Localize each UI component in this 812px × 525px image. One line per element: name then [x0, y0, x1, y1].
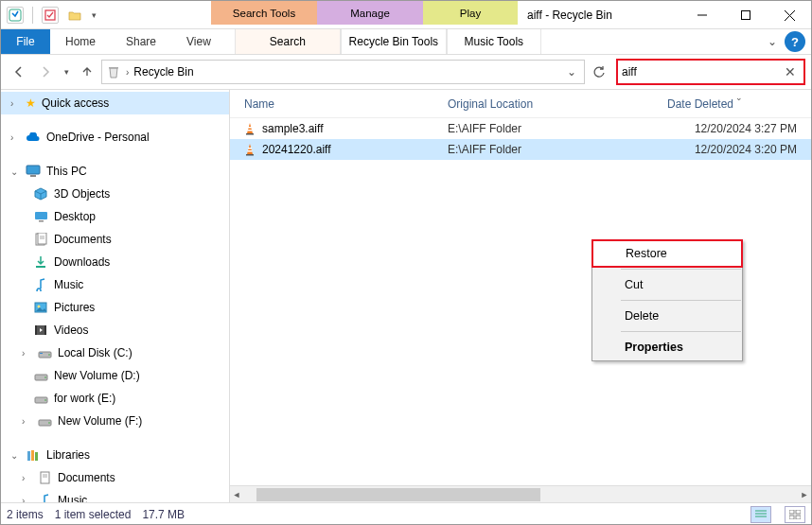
sidebar-volume-e[interactable]: for work (E:) — [1, 387, 229, 410]
breadcrumb-dropdown-icon[interactable]: ⌄ — [563, 65, 580, 79]
sidebar-this-pc[interactable]: ⌄ This PC — [1, 160, 229, 183]
chevron-down-icon[interactable]: ⌄ — [10, 166, 20, 177]
sidebar-pictures[interactable]: Pictures — [1, 296, 229, 319]
expand-ribbon-icon[interactable]: ⌄ — [760, 29, 785, 54]
qat-new-folder-icon[interactable] — [66, 7, 83, 24]
close-button[interactable] — [768, 1, 811, 29]
star-icon: ★ — [26, 96, 36, 110]
up-button[interactable] — [75, 60, 99, 84]
chevron-right-icon[interactable]: › — [22, 473, 31, 483]
chevron-right-icon[interactable]: › — [22, 496, 31, 503]
search-input[interactable] — [622, 65, 781, 79]
qat-properties-icon[interactable] — [42, 7, 59, 24]
recycle-bin-icon[interactable] — [7, 7, 24, 24]
context-restore[interactable]: Restore — [591, 239, 743, 268]
search-box[interactable]: ✕ — [616, 59, 805, 85]
thumbnails-view-button[interactable] — [785, 506, 805, 523]
file-date: 12/20/2024 3:20 PM — [667, 143, 811, 156]
breadcrumb[interactable]: › Recycle Bin ⌄ — [101, 60, 585, 84]
chevron-right-icon[interactable]: › — [22, 348, 31, 359]
chevron-right-icon[interactable]: › — [22, 416, 31, 427]
sidebar-label: Documents — [54, 233, 112, 246]
music-subtab[interactable]: Music Tools — [447, 29, 541, 54]
sidebar-music[interactable]: Music — [1, 273, 229, 296]
sidebar-local-disk-c[interactable]: › Local Disk (C:) — [1, 341, 229, 364]
sidebar-documents[interactable]: Documents — [1, 228, 229, 251]
svg-rect-9 — [35, 212, 47, 219]
scroll-right-icon[interactable]: ► — [798, 490, 811, 499]
context-delete[interactable]: Delete — [592, 303, 742, 329]
status-bar: 2 items 1 item selected 17.7 MB — [1, 502, 811, 525]
search-tools-tab[interactable]: Search Tools — [211, 1, 317, 25]
sidebar-volume-f[interactable]: › New Volume (F:) — [1, 410, 229, 432]
refresh-button[interactable] — [587, 60, 611, 84]
music-icon — [33, 277, 48, 292]
title-bar: ▾ Search Tools Manage Play aiff - Recycl… — [1, 1, 811, 29]
column-date-deleted[interactable]: Date Deleted⌄ — [667, 97, 811, 111]
recyclebin-subtab[interactable]: Recycle Bin Tools — [341, 29, 447, 54]
file-location: E:\AIFF Folder — [448, 122, 667, 135]
svg-point-25 — [44, 376, 46, 378]
recent-dropdown-icon[interactable]: ▾ — [60, 60, 73, 84]
status-size: 17.7 MB — [142, 508, 185, 521]
sidebar-videos[interactable]: Videos — [1, 319, 229, 341]
file-list-pane: Name Original Location Date Deleted⌄ sam… — [230, 90, 811, 502]
forward-button[interactable] — [33, 60, 58, 84]
drive-icon — [37, 345, 52, 360]
drive-icon — [33, 368, 48, 383]
search-subtab[interactable]: Search — [235, 29, 341, 54]
chevron-down-icon[interactable]: ⌄ — [10, 450, 20, 461]
back-button[interactable] — [7, 60, 31, 84]
svg-rect-39 — [248, 148, 252, 149]
sidebar-lib-music[interactable]: › Music — [1, 489, 229, 502]
sidebar-desktop[interactable]: Desktop — [1, 205, 229, 228]
svg-rect-32 — [35, 452, 38, 461]
context-cut[interactable]: Cut — [592, 271, 742, 298]
home-tab[interactable]: Home — [50, 29, 111, 54]
column-original-location[interactable]: Original Location — [448, 97, 667, 111]
svg-rect-8 — [30, 175, 36, 177]
nav-bar: ▾ › Recycle Bin ⌄ ✕ — [1, 55, 811, 89]
minimize-button[interactable] — [680, 1, 724, 29]
svg-rect-36 — [248, 127, 252, 129]
navigation-pane[interactable]: › ★ Quick access › OneDrive - Personal ⌄… — [1, 90, 230, 502]
sidebar-quick-access[interactable]: › ★ Quick access — [1, 92, 229, 114]
help-icon[interactable]: ? — [785, 31, 805, 52]
file-name: 20241220.aiff — [262, 143, 331, 156]
clear-search-icon[interactable]: ✕ — [781, 64, 800, 79]
chevron-right-icon[interactable]: › — [10, 98, 20, 109]
context-properties[interactable]: Properties — [592, 334, 742, 360]
play-tab[interactable]: Play — [423, 1, 518, 25]
sidebar-label: Music — [54, 278, 83, 291]
details-view-button[interactable] — [750, 506, 771, 523]
share-tab[interactable]: Share — [111, 29, 171, 54]
vlc-cone-icon — [244, 143, 257, 156]
svg-point-23 — [48, 354, 50, 356]
manage-tab[interactable]: Manage — [317, 1, 423, 25]
sidebar-label: Quick access — [42, 96, 109, 110]
svg-rect-30 — [27, 451, 30, 461]
chevron-right-icon[interactable]: › — [10, 132, 20, 143]
sidebar-onedrive[interactable]: › OneDrive - Personal — [1, 126, 229, 149]
view-tab[interactable]: View — [171, 29, 226, 54]
scroll-left-icon[interactable]: ◄ — [230, 490, 243, 499]
sidebar-downloads[interactable]: Downloads — [1, 251, 229, 273]
column-name[interactable]: Name — [230, 97, 448, 111]
sidebar-volume-d[interactable]: New Volume (D:) — [1, 364, 229, 387]
breadcrumb-location[interactable]: Recycle Bin — [133, 65, 193, 79]
file-menu[interactable]: File — [1, 29, 50, 54]
music-icon — [37, 493, 52, 502]
sidebar-3d-objects[interactable]: 3D Objects — [1, 183, 229, 205]
qat-dropdown-icon[interactable]: ▾ — [89, 10, 99, 20]
download-icon — [33, 254, 48, 270]
sidebar-libraries[interactable]: ⌄ Libraries — [1, 444, 229, 466]
chevron-right-icon[interactable]: › — [124, 67, 131, 78]
scrollbar-thumb[interactable] — [256, 488, 540, 501]
sidebar-lib-documents[interactable]: › Documents — [1, 466, 229, 489]
sidebar-label: Documents — [58, 471, 115, 484]
horizontal-scrollbar[interactable]: ◄ ► — [230, 485, 811, 502]
file-row[interactable]: 20241220.aiff E:\AIFF Folder 12/20/2024 … — [230, 139, 811, 160]
maximize-button[interactable] — [724, 1, 768, 29]
file-row[interactable]: sample3.aiff E:\AIFF Folder 12/20/2024 3… — [230, 118, 811, 139]
svg-point-17 — [38, 306, 41, 308]
